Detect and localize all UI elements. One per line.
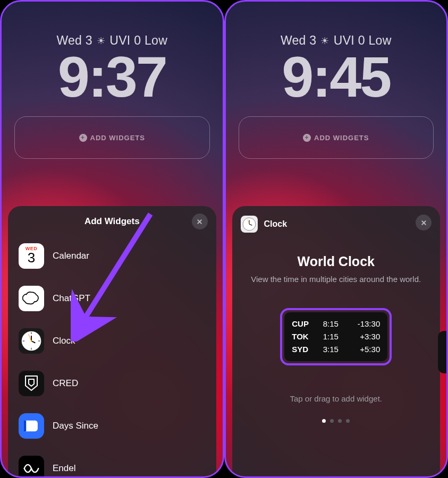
page-indicator[interactable]	[238, 419, 435, 423]
app-name-dayssince: Days Since	[53, 421, 98, 431]
sun-icon: ☀	[97, 36, 105, 46]
app-list: WED 3 Calendar ChatGPT	[13, 235, 211, 478]
world-clock-widget-preview[interactable]: CUP 8:15 -13:30 TOK 1:15 +3:30 SYD 3:15 …	[284, 312, 387, 361]
app-name-endel: Endel	[53, 463, 75, 474]
add-widgets-label: ADD WIDGETS	[314, 134, 369, 142]
svg-point-8	[31, 340, 32, 342]
sheet-header: Add Widgets	[13, 214, 211, 229]
app-name-chatgpt: ChatGPT	[53, 293, 90, 304]
wc-city: TOK	[292, 330, 313, 343]
clock-time: 9:45	[226, 44, 447, 110]
app-name-clock: Clock	[53, 336, 75, 346]
world-clock-row: TOK 1:15 +3:30	[292, 330, 380, 343]
add-widgets-sheet: Add Widgets WED 3 Calendar ChatGPT	[8, 206, 216, 476]
app-name-cred: CRED	[53, 378, 78, 389]
app-row-chatgpt[interactable]: ChatGPT	[14, 277, 210, 320]
widget-title: World Clock	[238, 254, 435, 269]
wc-time: 1:15	[323, 330, 339, 343]
app-row-cred[interactable]: CRED	[14, 362, 210, 405]
app-name-calendar: Calendar	[53, 251, 89, 261]
next-widget-peek[interactable]	[438, 331, 447, 373]
wc-city: SYD	[292, 343, 313, 356]
add-widgets-label: ADD WIDGETS	[90, 134, 145, 142]
calendar-daynum: 3	[28, 250, 35, 266]
wc-offset: +5:30	[348, 343, 380, 356]
widget-description: View the time in multiple cities around …	[238, 275, 435, 284]
sun-icon: ☀	[320, 36, 329, 46]
app-row-calendar[interactable]: WED 3 Calendar	[14, 235, 210, 277]
close-button[interactable]	[192, 214, 208, 229]
clock-icon	[19, 328, 44, 354]
add-widgets-button[interactable]: + ADD WIDGETS	[14, 116, 210, 159]
plus-circle-icon: +	[79, 134, 87, 142]
lockscreen-header: Wed 3 ☀ UVI 0 Low 9:45	[226, 2, 447, 110]
app-row-clock[interactable]: Clock	[14, 320, 210, 362]
close-button[interactable]	[416, 215, 432, 231]
clock-time: 9:37	[2, 44, 223, 110]
world-clock-row: CUP 8:15 -13:30	[292, 318, 380, 330]
add-widgets-button[interactable]: + ADD WIDGETS	[239, 116, 434, 159]
phone-left: Wed 3 ☀ UVI 0 Low 9:37 + ADD WIDGETS Add…	[0, 0, 224, 478]
wc-offset: +3:30	[348, 330, 380, 343]
sheet-app-name: Clock	[264, 219, 288, 229]
cred-icon	[19, 371, 44, 396]
wc-time: 8:15	[323, 318, 339, 330]
clock-app-icon	[241, 216, 258, 233]
page-dot	[346, 419, 350, 423]
clock-widget-sheet: Clock World Clock View the time in multi…	[232, 206, 441, 476]
tap-hint: Tap or drag to add widget.	[238, 394, 435, 403]
sheet-title: Add Widgets	[84, 216, 140, 227]
lockscreen-header: Wed 3 ☀ UVI 0 Low 9:37	[2, 2, 223, 110]
page-dot	[322, 419, 326, 423]
wc-offset: -13:30	[348, 318, 380, 330]
app-row-dayssince[interactable]: Days Since	[14, 405, 210, 447]
page-dot	[330, 419, 334, 423]
chatgpt-icon	[19, 286, 44, 311]
world-clock-row: SYD 3:15 +5:30	[292, 343, 380, 356]
app-row-endel[interactable]: Endel	[14, 447, 210, 478]
wc-city: CUP	[292, 318, 313, 330]
calendar-icon: WED 3	[19, 243, 44, 269]
wc-time: 3:15	[323, 343, 339, 356]
page-dot	[338, 419, 342, 423]
dayssince-icon	[19, 413, 44, 439]
phone-right: Wed 3 ☀ UVI 0 Low 9:45 + ADD WIDGETS Clo…	[224, 0, 449, 478]
widget-preview-highlight: CUP 8:15 -13:30 TOK 1:15 +3:30 SYD 3:15 …	[280, 308, 392, 365]
plus-circle-icon: +	[303, 134, 311, 142]
sheet-header: Clock	[238, 214, 435, 240]
endel-icon	[19, 456, 44, 478]
